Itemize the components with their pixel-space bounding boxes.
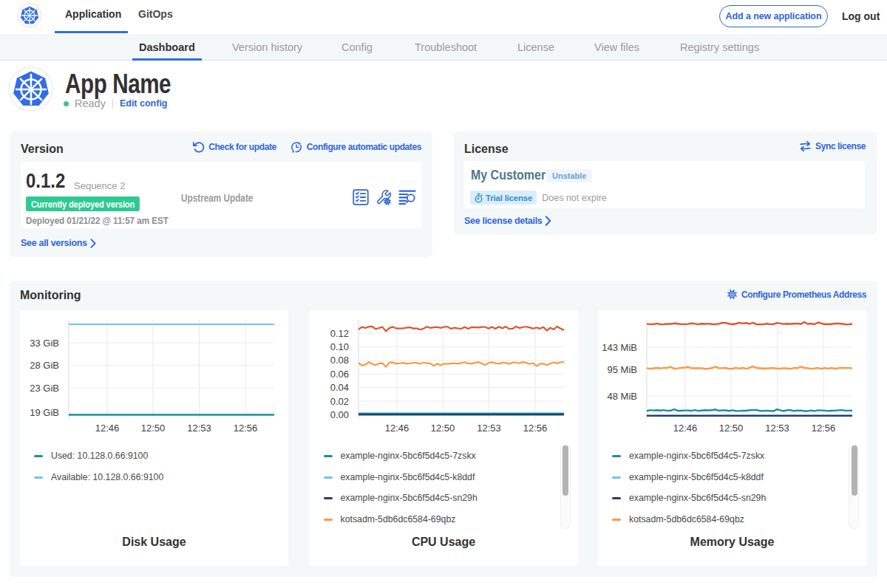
svg-text:95 MiB: 95 MiB <box>608 364 637 375</box>
svg-text:12:50: 12:50 <box>430 423 455 434</box>
svg-text:143 MiB: 143 MiB <box>602 342 637 353</box>
svg-text:12:53: 12:53 <box>187 423 211 434</box>
svg-text:23 GiB: 23 GiB <box>30 383 59 394</box>
svg-text:48 MiB: 48 MiB <box>608 391 637 402</box>
svg-text:12:56: 12:56 <box>523 423 547 434</box>
svg-text:12:50: 12:50 <box>141 423 166 434</box>
svg-text:0.08: 0.08 <box>330 355 348 366</box>
svg-text:12:46: 12:46 <box>384 423 409 434</box>
svg-text:12:56: 12:56 <box>812 423 836 434</box>
svg-text:12:50: 12:50 <box>719 423 744 434</box>
svg-text:12:46: 12:46 <box>95 423 120 434</box>
svg-text:0.02: 0.02 <box>330 396 348 407</box>
svg-text:12:56: 12:56 <box>234 423 258 434</box>
svg-text:28 GiB: 28 GiB <box>30 360 59 371</box>
svg-text:33 GiB: 33 GiB <box>30 338 59 349</box>
svg-text:0.00: 0.00 <box>330 409 348 420</box>
svg-text:19 GiB: 19 GiB <box>30 407 59 418</box>
svg-text:12:53: 12:53 <box>477 423 501 434</box>
svg-text:0.04: 0.04 <box>330 382 348 393</box>
svg-text:12:53: 12:53 <box>765 423 789 434</box>
svg-text:0.06: 0.06 <box>330 369 348 380</box>
svg-text:0.12: 0.12 <box>330 328 348 339</box>
svg-text:0.10: 0.10 <box>330 341 348 352</box>
svg-text:12:46: 12:46 <box>673 423 698 434</box>
